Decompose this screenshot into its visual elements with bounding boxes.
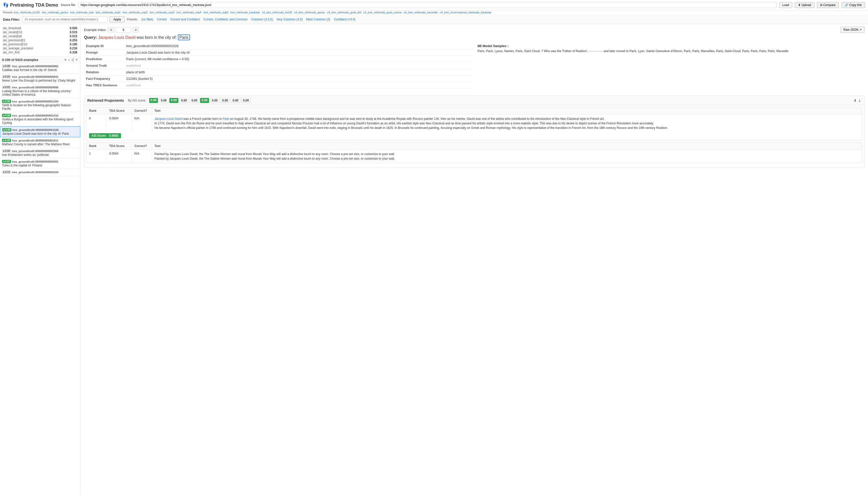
list-item[interactable]: a 0.98 trex_groundtruth:000000000001204 … bbox=[0, 98, 80, 112]
preset-link-10[interactable]: c4_trex_retrievals_gecko bbox=[294, 11, 325, 14]
app-icon: 👣 bbox=[3, 2, 9, 8]
compare-button[interactable]: ⧉ Compare bbox=[817, 2, 839, 8]
filter-preset-very-common-45[interactable]: Very Common (4,5) bbox=[277, 17, 303, 21]
detail-label-fact-frequency: Fact Frequency bbox=[84, 75, 124, 82]
preset-link-8[interactable]: trex_retrievals_trackstar bbox=[230, 11, 260, 14]
proponent-text: Jacques-Louis David was a French painter… bbox=[152, 114, 862, 132]
detail-value-has-trex: undefined bbox=[124, 82, 473, 89]
details-right: 8B Model Samples ↕ Paris, Paris, Lyons, … bbox=[476, 43, 865, 92]
preset-link-14[interactable]: c4_trex_incorrectpred_retrievals_trackst… bbox=[440, 11, 491, 14]
apply-filter-button[interactable]: Apply bbox=[110, 16, 125, 22]
filter-preset-common-345[interactable]: Common (3,4,5) bbox=[251, 17, 273, 21]
details-left: Example ID trex_groundtruth:000000000001… bbox=[84, 43, 473, 92]
index-next-button[interactable]: > bbox=[133, 27, 139, 33]
rank-value: 0 bbox=[87, 114, 107, 132]
detail-label-prompt: Prompt bbox=[84, 49, 124, 56]
presets-row: Presets: trex_retrievals_bm25trex_retrie… bbox=[0, 10, 868, 15]
preset-link-2[interactable]: trex_retrievals_trak bbox=[70, 11, 94, 14]
examples-nav: ≡ ‹ ›| × bbox=[64, 58, 78, 62]
stat-row: ais_recall@100.515 bbox=[3, 30, 77, 34]
filter-preset-correct-confident-common[interactable]: Correct, Confident, and Common bbox=[203, 17, 248, 21]
example-id-row: a 0.90 trex_groundtruth:000000000001410 bbox=[2, 114, 78, 117]
right-panel: Example index: < > Raw JSON ↗ Query: Jac… bbox=[80, 24, 868, 496]
query-middle-text: was born in the city of: bbox=[137, 35, 177, 39]
list-item[interactable]: a 0.01 trex_groundtruth:000000000000990 … bbox=[0, 84, 80, 98]
app-title: 👣 Pretraining TDA Demo bbox=[3, 2, 58, 8]
ais-score-badge-3[interactable]: 0.00 bbox=[179, 98, 189, 103]
example-id-row: a 0.99 trex_groundtruth:000000000001611 bbox=[2, 139, 78, 142]
ais-score-badge-5[interactable]: 0.99 bbox=[200, 98, 209, 103]
filter-label: Data Filter: bbox=[3, 17, 20, 21]
upload-button[interactable]: ⬆ Upload bbox=[795, 2, 814, 8]
query-entity: Jacques-Louis David bbox=[98, 35, 136, 39]
score-badge: a 0.97 bbox=[2, 160, 11, 163]
stat-value: 0.500 bbox=[70, 26, 77, 30]
correct-header: Correct? bbox=[132, 143, 152, 149]
preset-link-7[interactable]: trex_retrievals_exp5 bbox=[203, 11, 228, 14]
list-item[interactable]: a 0.11 trex_groundtruth:000000000002324 bbox=[0, 169, 80, 176]
detail-label-prediction: Prediction bbox=[84, 56, 124, 62]
ais-score-badge-9[interactable]: 0.00 bbox=[241, 98, 251, 103]
source-file-input[interactable] bbox=[78, 2, 777, 8]
preset-link-11[interactable]: c4_trex_retrievals_grad_dot bbox=[327, 11, 361, 14]
entity-link-1[interactable]: Jacques-Louis David bbox=[154, 117, 183, 121]
examples-grid-icon[interactable]: ≡ bbox=[64, 58, 67, 62]
filter-preset-correct[interactable]: Correct bbox=[157, 17, 166, 21]
list-item[interactable]: a 0.00 trex_groundtruth:000000000000862 … bbox=[0, 63, 80, 74]
detail-value-example-id: trex_groundtruth:000000000001526 bbox=[124, 43, 473, 49]
preset-link-9[interactable]: c4_trex_retrievals_bm25 bbox=[262, 11, 292, 14]
preset-link-5[interactable]: trex_retrievals_exp3 bbox=[149, 11, 174, 14]
preset-link-0[interactable]: trex_retrievals_bm25 bbox=[14, 11, 40, 14]
example-text: Cadillac was formed in the city of: Detr… bbox=[2, 68, 78, 72]
ais-score-badge-2[interactable]: 0.99 bbox=[169, 98, 178, 103]
example-id-row: a 0.01 trex_groundtruth:000000000000941 bbox=[2, 75, 78, 78]
copy-link-button[interactable]: 🔗 Copy link bbox=[841, 2, 865, 8]
score-badge: a 0.98 bbox=[2, 100, 11, 103]
filter-preset-correct-confident[interactable]: Correct and Confident bbox=[170, 17, 200, 21]
ais-score-badge-0[interactable]: 0.99 bbox=[149, 98, 158, 103]
preset-link-12[interactable]: c4_trex_retrievals_grad_cosine bbox=[363, 11, 402, 14]
ais-score-badge-8[interactable]: 0.00 bbox=[231, 98, 240, 103]
ais-score-badge-1[interactable]: 0.00 bbox=[159, 98, 168, 103]
correct-value: N/A bbox=[132, 150, 152, 163]
filter-preset-confident-05[interactable]: Confident (>0.5) bbox=[334, 17, 355, 21]
list-item[interactable]: a 0.02 trex_groundtruth:000000000001906 … bbox=[0, 148, 80, 158]
stat-name: ais_average_precision bbox=[3, 47, 33, 50]
list-item[interactable]: a 0.97 trex_groundtruth:000000000002001 … bbox=[0, 158, 80, 169]
ais-score-badge-6[interactable]: 0.00 bbox=[210, 98, 219, 103]
list-item[interactable]: a 0.01 trex_groundtruth:000000000000941 … bbox=[0, 74, 80, 84]
load-button[interactable]: Load bbox=[779, 2, 793, 8]
filter-input[interactable] bbox=[22, 16, 108, 22]
filter-preset-most-common-5[interactable]: Most Common (5) bbox=[306, 17, 330, 21]
stat-row: ais_mrr_first0.338 bbox=[3, 50, 77, 54]
index-prev-button[interactable]: < bbox=[108, 27, 114, 33]
list-item[interactable]: a 0.90 trex_groundtruth:000000000001410 … bbox=[0, 112, 80, 126]
detail-row-prompt: Prompt Jacques-Louis David was born in t… bbox=[84, 49, 473, 56]
detail-row-has-trex: Has TREX Sentence undefined bbox=[84, 82, 473, 89]
filter-preset-no-filter[interactable]: (no filter) bbox=[141, 17, 153, 21]
preset-link-3[interactable]: trex_retrievals_exp1 bbox=[96, 11, 121, 14]
ais-score-badge-7[interactable]: 0.00 bbox=[221, 98, 230, 103]
raw-json-button[interactable]: Raw JSON ↗ bbox=[841, 27, 865, 33]
list-item[interactable]: a 0.99 trex_groundtruth:000000000001611 … bbox=[0, 137, 80, 148]
rank-header: Rank bbox=[87, 143, 107, 149]
index-input[interactable] bbox=[116, 27, 131, 33]
preset-link-6[interactable]: trex_retrievals_exp4 bbox=[176, 11, 201, 14]
preset-link-13[interactable]: c4_trex_retrievals_trackstar bbox=[404, 11, 438, 14]
left-panel: ais_threshold0.500ais_recall@100.515ais_… bbox=[0, 24, 80, 496]
score-badge: a 0.01 bbox=[2, 86, 11, 89]
download-icon[interactable]: ⤓ bbox=[858, 98, 861, 102]
examples-prev-icon[interactable]: ‹ bbox=[68, 58, 70, 62]
preset-link-4[interactable]: trex_retrievals_exp2 bbox=[123, 11, 148, 14]
list-item[interactable]: a 0.99 trex_groundtruth:000000000001526 … bbox=[0, 126, 80, 137]
model-samples-text: Paris, Paris, Lyons, Nantes, Paris, Sain… bbox=[478, 49, 863, 53]
ais-score-badge-4[interactable]: 0.00 bbox=[190, 98, 199, 103]
preset-link-1[interactable]: trex_retrievals_gecko bbox=[42, 11, 68, 14]
example-index-label: Example index: bbox=[84, 28, 106, 32]
examples-last-icon[interactable]: ›| bbox=[71, 58, 74, 62]
stat-value: 0.253 bbox=[70, 38, 77, 42]
examples-close-icon[interactable]: × bbox=[75, 58, 78, 62]
example-text: Malheur County is named after: The Malhe… bbox=[2, 143, 78, 146]
sort-desc-icon[interactable]: ⬇ bbox=[854, 98, 857, 102]
example-text: Ludwig Worman is a citizen of the follow… bbox=[2, 89, 78, 96]
